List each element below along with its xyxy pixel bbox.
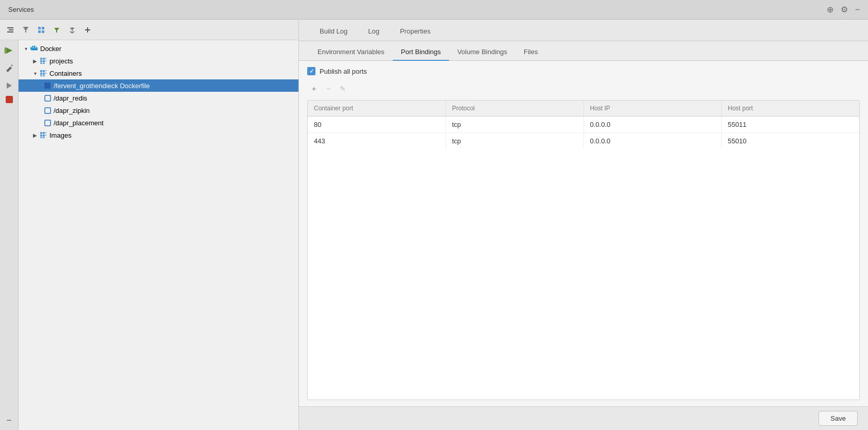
svg-rect-33: [45, 70, 46, 71]
cell-host-ip-0: 0.0.0.0: [583, 117, 722, 133]
tree-item-images[interactable]: ▶: [19, 129, 298, 141]
table-row[interactable]: 80 tcp 0.0.0.0 55011: [308, 117, 859, 133]
tab-files[interactable]: Files: [515, 45, 546, 61]
tab-volume-bindings[interactable]: Volume Bindings: [449, 45, 515, 61]
svg-rect-5: [38, 27, 41, 29]
minus-icon[interactable]: −: [6, 415, 12, 426]
tab-log[interactable]: Log: [358, 23, 390, 41]
svg-rect-34: [40, 73, 42, 75]
images-label: Images: [49, 131, 72, 139]
sidebar: − ▾: [0, 20, 299, 430]
publish-all-checkbox[interactable]: [307, 67, 315, 75]
add-icon[interactable]: ⊕: [827, 5, 833, 14]
tree-item-containers[interactable]: ▾: [19, 67, 298, 79]
cell-protocol-0: tcp: [446, 117, 584, 133]
settings-icon[interactable]: ⚙: [841, 5, 848, 14]
add-port-button[interactable]: +: [307, 82, 321, 95]
projects-grid-icon: [39, 57, 47, 65]
svg-rect-23: [40, 58, 42, 60]
publish-all-row: Publish all ports: [307, 67, 860, 75]
table-header-row: Container port Protocol Host IP Host por…: [308, 101, 859, 117]
tree-item-dapr-redis[interactable]: /dapr_redis: [19, 92, 298, 104]
svg-rect-49: [40, 137, 42, 138]
containers-grid-icon: [39, 69, 47, 77]
svg-rect-7: [38, 30, 41, 33]
svg-rect-39: [44, 82, 51, 89]
cell-host-port-1: 55010: [722, 133, 860, 150]
play-icon[interactable]: [2, 78, 16, 93]
minimize-icon[interactable]: −: [855, 5, 860, 14]
tree-view: ▾ Docker: [19, 40, 298, 430]
add-service-button[interactable]: [80, 23, 95, 37]
stop-icon[interactable]: [6, 96, 13, 103]
svg-rect-36: [45, 73, 46, 74]
tab-build-log[interactable]: Build Log: [309, 23, 358, 41]
save-button[interactable]: Save: [819, 411, 858, 426]
svg-rect-30: [43, 63, 45, 64]
svg-rect-27: [43, 60, 45, 62]
svg-rect-18: [32, 47, 34, 48]
cell-protocol-1: tcp: [446, 133, 584, 150]
edit-icon[interactable]: [2, 61, 16, 75]
svg-rect-19: [34, 47, 36, 48]
col-header-protocol: Protocol: [446, 101, 584, 117]
action-toolbar: + − ✎: [307, 81, 860, 96]
edit-port-button[interactable]: ✎: [336, 82, 349, 95]
filter-button[interactable]: [49, 23, 64, 37]
cell-host-port-0: 55011: [722, 117, 860, 133]
left-icon-strip: −: [0, 40, 19, 430]
tree-item-docker[interactable]: ▾ Docker: [19, 42, 298, 55]
svg-rect-6: [42, 27, 44, 29]
tree-arrow-containers[interactable]: ▾: [31, 69, 39, 77]
grid-button[interactable]: [34, 23, 48, 37]
svg-rect-48: [45, 135, 46, 136]
cell-container-port-0: 80: [308, 117, 446, 133]
svg-rect-46: [40, 135, 42, 137]
svg-rect-37: [40, 75, 42, 76]
svg-marker-14: [6, 47, 12, 54]
align-up-button[interactable]: [19, 23, 33, 37]
services-window: Services ⊕ ⚙ −: [0, 0, 868, 430]
tree-arrow-projects[interactable]: ▶: [31, 57, 39, 65]
tree-item-dapr-placement[interactable]: /dapr_placement: [19, 117, 298, 129]
cell-container-port-1: 443: [308, 133, 446, 150]
table-row[interactable]: 443 tcp 0.0.0.0 55010: [308, 133, 859, 150]
docker-icon: [30, 44, 38, 53]
port-bindings-table-container: Container port Protocol Host IP Host por…: [307, 100, 860, 400]
sidebar-toolbar: [0, 20, 298, 40]
second-tabs: Environment Variables Port Bindings Volu…: [299, 41, 868, 61]
tab-env-vars[interactable]: Environment Variables: [309, 45, 393, 61]
main-area: − ▾: [0, 20, 868, 430]
tree-item-fervent[interactable]: /fervent_grothendieck Dockerfile: [19, 79, 298, 92]
top-tabs: Build Log Log Properties: [299, 20, 868, 41]
tree-item-projects[interactable]: ▶: [19, 55, 298, 67]
pin-button[interactable]: [65, 23, 79, 37]
tree-arrow-images[interactable]: ▶: [31, 131, 39, 139]
cell-host-ip-1: 0.0.0.0: [583, 133, 722, 150]
dapr-placement-icon: [43, 119, 52, 127]
svg-marker-9: [54, 28, 59, 32]
tab-properties[interactable]: Properties: [390, 23, 441, 41]
docker-label: Docker: [40, 45, 61, 53]
dapr-zipkin-icon: [43, 106, 52, 114]
bottom-bar: Save: [299, 406, 868, 430]
tree-arrow-docker[interactable]: ▾: [22, 44, 30, 53]
dapr-zipkin-label: /dapr_zipkin: [54, 107, 90, 114]
align-button[interactable]: [3, 23, 18, 37]
run-config-icon[interactable]: [2, 43, 16, 58]
fervent-container-icon: [43, 81, 52, 90]
svg-rect-50: [43, 137, 45, 138]
svg-rect-41: [45, 108, 51, 113]
svg-rect-47: [43, 135, 45, 137]
tab-port-bindings[interactable]: Port Bindings: [393, 45, 449, 61]
svg-rect-21: [34, 46, 36, 47]
port-bindings-content: Publish all ports + − ✎ Container port: [299, 61, 868, 406]
tree-item-dapr-zipkin[interactable]: /dapr_zipkin: [19, 104, 298, 117]
dapr-redis-icon: [43, 94, 52, 102]
remove-port-button[interactable]: −: [322, 82, 335, 95]
svg-rect-42: [45, 120, 51, 126]
svg-rect-17: [30, 47, 32, 48]
svg-rect-44: [43, 132, 45, 134]
svg-rect-29: [40, 63, 42, 64]
dapr-redis-label: /dapr_redis: [54, 94, 87, 102]
